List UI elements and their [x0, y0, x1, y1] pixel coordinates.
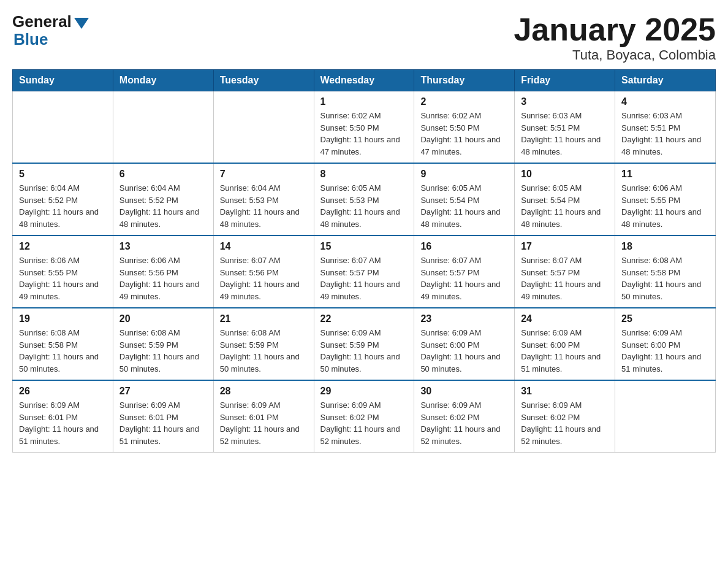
day-number: 9 — [420, 169, 508, 180]
day-number: 14 — [220, 241, 308, 252]
weekday-header-saturday: Saturday — [615, 70, 716, 91]
calendar-cell: 26Sunrise: 6:09 AMSunset: 6:01 PMDayligh… — [13, 380, 113, 453]
calendar-cell: 22Sunrise: 6:09 AMSunset: 5:59 PMDayligh… — [314, 308, 414, 380]
day-info: Sunrise: 6:06 AMSunset: 5:55 PMDaylight:… — [621, 182, 709, 230]
logo-blue-text: Blue — [13, 30, 48, 49]
calendar-cell: 13Sunrise: 6:06 AMSunset: 5:56 PMDayligh… — [113, 236, 213, 308]
day-info: Sunrise: 6:09 AMSunset: 5:59 PMDaylight:… — [320, 327, 408, 375]
calendar-cell: 21Sunrise: 6:08 AMSunset: 5:59 PMDayligh… — [213, 308, 314, 380]
calendar-cell: 28Sunrise: 6:09 AMSunset: 6:01 PMDayligh… — [213, 380, 314, 453]
day-number: 23 — [420, 313, 508, 324]
day-number: 3 — [521, 96, 609, 107]
day-info: Sunrise: 6:09 AMSunset: 6:02 PMDaylight:… — [320, 399, 408, 447]
day-number: 19 — [19, 313, 107, 324]
calendar-cell: 31Sunrise: 6:09 AMSunset: 6:02 PMDayligh… — [515, 380, 615, 453]
day-info: Sunrise: 6:08 AMSunset: 5:59 PMDaylight:… — [220, 327, 308, 375]
day-info: Sunrise: 6:08 AMSunset: 5:59 PMDaylight:… — [119, 327, 207, 375]
calendar-cell: 1Sunrise: 6:02 AMSunset: 5:50 PMDaylight… — [314, 91, 414, 164]
calendar-cell — [615, 380, 716, 453]
calendar-cell: 2Sunrise: 6:02 AMSunset: 5:50 PMDaylight… — [414, 91, 515, 164]
day-info: Sunrise: 6:09 AMSunset: 6:00 PMDaylight:… — [521, 327, 609, 375]
calendar-cell: 7Sunrise: 6:04 AMSunset: 5:53 PMDaylight… — [213, 163, 314, 236]
calendar-cell: 11Sunrise: 6:06 AMSunset: 5:55 PMDayligh… — [615, 163, 716, 236]
calendar-week-1: 1Sunrise: 6:02 AMSunset: 5:50 PMDaylight… — [13, 91, 716, 164]
day-info: Sunrise: 6:07 AMSunset: 5:57 PMDaylight:… — [420, 255, 508, 302]
day-number: 11 — [621, 169, 709, 180]
calendar-cell: 19Sunrise: 6:08 AMSunset: 5:58 PMDayligh… — [13, 308, 113, 380]
weekday-header-tuesday: Tuesday — [213, 70, 314, 91]
day-info: Sunrise: 6:03 AMSunset: 5:51 PMDaylight:… — [521, 110, 609, 158]
day-number: 17 — [521, 241, 609, 252]
day-info: Sunrise: 6:02 AMSunset: 5:50 PMDaylight:… — [320, 110, 408, 158]
title-block: January 2025 Tuta, Boyaca, Colombia — [514, 12, 716, 63]
calendar-week-2: 5Sunrise: 6:04 AMSunset: 5:52 PMDaylight… — [13, 163, 716, 236]
calendar-week-3: 12Sunrise: 6:06 AMSunset: 5:55 PMDayligh… — [13, 236, 716, 308]
day-number: 7 — [220, 169, 308, 180]
day-info: Sunrise: 6:09 AMSunset: 6:02 PMDaylight:… — [521, 399, 609, 447]
day-number: 25 — [621, 313, 709, 324]
calendar-table: SundayMondayTuesdayWednesdayThursdayFrid… — [12, 69, 716, 453]
day-info: Sunrise: 6:09 AMSunset: 6:01 PMDaylight:… — [119, 399, 207, 447]
day-number: 5 — [19, 169, 107, 180]
day-info: Sunrise: 6:09 AMSunset: 6:00 PMDaylight:… — [420, 327, 508, 375]
day-number: 30 — [420, 386, 508, 397]
day-number: 18 — [621, 241, 709, 252]
calendar-cell: 9Sunrise: 6:05 AMSunset: 5:54 PMDaylight… — [414, 163, 515, 236]
day-number: 6 — [119, 169, 207, 180]
calendar-cell: 3Sunrise: 6:03 AMSunset: 5:51 PMDaylight… — [515, 91, 615, 164]
calendar-header-row: SundayMondayTuesdayWednesdayThursdayFrid… — [13, 70, 716, 91]
calendar-cell: 5Sunrise: 6:04 AMSunset: 5:52 PMDaylight… — [13, 163, 113, 236]
day-number: 15 — [320, 241, 408, 252]
day-info: Sunrise: 6:08 AMSunset: 5:58 PMDaylight:… — [621, 255, 709, 302]
weekday-header-thursday: Thursday — [414, 70, 515, 91]
day-number: 16 — [420, 241, 508, 252]
day-number: 27 — [119, 386, 207, 397]
calendar-cell: 18Sunrise: 6:08 AMSunset: 5:58 PMDayligh… — [615, 236, 716, 308]
calendar-cell: 29Sunrise: 6:09 AMSunset: 6:02 PMDayligh… — [314, 380, 414, 453]
day-number: 10 — [521, 169, 609, 180]
calendar-cell: 12Sunrise: 6:06 AMSunset: 5:55 PMDayligh… — [13, 236, 113, 308]
calendar-cell: 24Sunrise: 6:09 AMSunset: 6:00 PMDayligh… — [515, 308, 615, 380]
calendar-cell — [13, 91, 113, 164]
day-number: 20 — [119, 313, 207, 324]
day-info: Sunrise: 6:09 AMSunset: 6:02 PMDaylight:… — [420, 399, 508, 447]
day-info: Sunrise: 6:06 AMSunset: 5:55 PMDaylight:… — [19, 255, 107, 302]
day-info: Sunrise: 6:05 AMSunset: 5:54 PMDaylight:… — [420, 182, 508, 230]
day-info: Sunrise: 6:06 AMSunset: 5:56 PMDaylight:… — [119, 255, 207, 302]
day-info: Sunrise: 6:04 AMSunset: 5:52 PMDaylight:… — [119, 182, 207, 230]
day-info: Sunrise: 6:07 AMSunset: 5:56 PMDaylight:… — [220, 255, 308, 302]
day-info: Sunrise: 6:04 AMSunset: 5:53 PMDaylight:… — [220, 182, 308, 230]
day-info: Sunrise: 6:04 AMSunset: 5:52 PMDaylight:… — [19, 182, 107, 230]
day-number: 12 — [19, 241, 107, 252]
calendar-cell: 14Sunrise: 6:07 AMSunset: 5:56 PMDayligh… — [213, 236, 314, 308]
day-number: 26 — [19, 386, 107, 397]
day-info: Sunrise: 6:08 AMSunset: 5:58 PMDaylight:… — [19, 327, 107, 375]
logo-general-text: General — [12, 12, 72, 31]
day-number: 8 — [320, 169, 408, 180]
calendar-cell: 6Sunrise: 6:04 AMSunset: 5:52 PMDaylight… — [113, 163, 213, 236]
calendar-cell: 4Sunrise: 6:03 AMSunset: 5:51 PMDaylight… — [615, 91, 716, 164]
calendar-cell: 17Sunrise: 6:07 AMSunset: 5:57 PMDayligh… — [515, 236, 615, 308]
logo: General Blue — [12, 12, 89, 49]
day-number: 29 — [320, 386, 408, 397]
calendar-cell — [113, 91, 213, 164]
day-info: Sunrise: 6:09 AMSunset: 6:01 PMDaylight:… — [220, 399, 308, 447]
day-info: Sunrise: 6:09 AMSunset: 6:00 PMDaylight:… — [621, 327, 709, 375]
day-number: 2 — [420, 96, 508, 107]
day-number: 31 — [521, 386, 609, 397]
calendar-cell: 16Sunrise: 6:07 AMSunset: 5:57 PMDayligh… — [414, 236, 515, 308]
logo-arrow-icon — [74, 18, 89, 29]
location-text: Tuta, Boyaca, Colombia — [514, 47, 716, 63]
weekday-header-monday: Monday — [113, 70, 213, 91]
calendar-cell: 30Sunrise: 6:09 AMSunset: 6:02 PMDayligh… — [414, 380, 515, 453]
calendar-week-5: 26Sunrise: 6:09 AMSunset: 6:01 PMDayligh… — [13, 380, 716, 453]
day-number: 21 — [220, 313, 308, 324]
day-info: Sunrise: 6:02 AMSunset: 5:50 PMDaylight:… — [420, 110, 508, 158]
calendar-cell: 23Sunrise: 6:09 AMSunset: 6:00 PMDayligh… — [414, 308, 515, 380]
day-info: Sunrise: 6:03 AMSunset: 5:51 PMDaylight:… — [621, 110, 709, 158]
day-info: Sunrise: 6:05 AMSunset: 5:54 PMDaylight:… — [521, 182, 609, 230]
day-info: Sunrise: 6:07 AMSunset: 5:57 PMDaylight:… — [320, 255, 408, 302]
calendar-cell: 20Sunrise: 6:08 AMSunset: 5:59 PMDayligh… — [113, 308, 213, 380]
weekday-header-wednesday: Wednesday — [314, 70, 414, 91]
page-header: General Blue January 2025 Tuta, Boyaca, … — [12, 12, 716, 63]
